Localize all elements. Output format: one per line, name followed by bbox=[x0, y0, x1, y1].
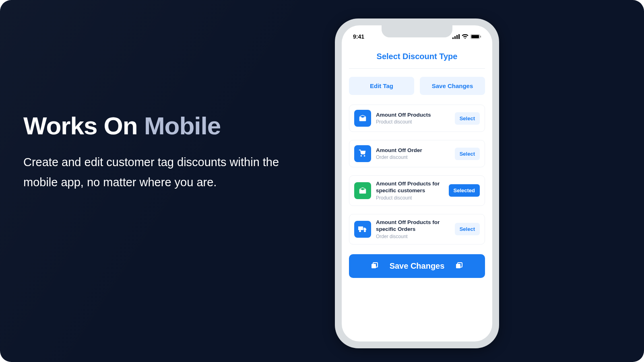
option-title: Amount Off Order bbox=[376, 147, 450, 154]
wifi-icon bbox=[462, 34, 469, 39]
discount-option[interactable]: Amount Off Order Order discount Select bbox=[349, 140, 485, 167]
svg-rect-5 bbox=[471, 35, 479, 38]
battery-icon bbox=[471, 34, 481, 39]
hero-body: Create and edit customer tag discounts w… bbox=[23, 152, 281, 193]
select-button[interactable]: Select bbox=[455, 112, 480, 125]
tab-save-changes[interactable]: Save Changes bbox=[420, 77, 485, 95]
save-label: Save Changes bbox=[390, 261, 445, 271]
selected-button[interactable]: Selected bbox=[449, 184, 480, 197]
box-icon bbox=[354, 182, 371, 199]
phone-screen: 9:41 Select Discount Type Edit Tag bbox=[342, 25, 492, 341]
option-sub: Order discount bbox=[376, 154, 450, 160]
stack-icon bbox=[370, 261, 379, 270]
svg-rect-2 bbox=[456, 35, 458, 39]
option-title: Amount Off Products for specific Orders bbox=[376, 219, 450, 233]
cart-icon bbox=[354, 145, 371, 162]
phone-frame: 9:41 Select Discount Type Edit Tag bbox=[335, 19, 499, 348]
hero-panel: Works On Mobile Create and edit customer… bbox=[0, 0, 644, 362]
truck-icon bbox=[354, 221, 371, 238]
hero-heading-accent: Mobile bbox=[144, 112, 221, 140]
status-icons bbox=[452, 34, 481, 39]
box-icon bbox=[354, 110, 371, 127]
select-button[interactable]: Select bbox=[455, 223, 480, 235]
discount-option[interactable]: Amount Off Products for specific custome… bbox=[349, 175, 485, 206]
svg-rect-1 bbox=[454, 36, 456, 39]
option-sub: Product discount bbox=[376, 119, 450, 125]
app-content: Select Discount Type Edit Tag Save Chang… bbox=[342, 46, 492, 341]
cellular-icon bbox=[452, 34, 460, 39]
discount-option[interactable]: Amount Off Products for specific Orders … bbox=[349, 214, 485, 245]
status-time: 9:41 bbox=[353, 33, 364, 40]
hero-heading: Works On Mobile bbox=[23, 113, 281, 139]
svg-rect-9 bbox=[456, 264, 460, 268]
svg-rect-6 bbox=[480, 36, 481, 38]
discount-option[interactable]: Amount Off Products Product discount Sel… bbox=[349, 105, 485, 132]
option-sub: Order discount bbox=[376, 234, 450, 239]
stack-icon bbox=[455, 261, 464, 270]
save-changes-button[interactable]: Save Changes bbox=[349, 254, 485, 278]
svg-rect-0 bbox=[452, 37, 454, 39]
option-title: Amount Off Products bbox=[376, 112, 450, 119]
option-sub: Product discount bbox=[376, 195, 444, 201]
phone-notch bbox=[382, 25, 452, 37]
discount-option-list: Amount Off Products Product discount Sel… bbox=[349, 105, 485, 245]
svg-rect-3 bbox=[458, 34, 460, 39]
pitch-copy: Works On Mobile Create and edit customer… bbox=[23, 113, 281, 193]
svg-rect-7 bbox=[372, 264, 376, 268]
tab-edit-tag[interactable]: Edit Tag bbox=[349, 77, 414, 95]
tab-bar: Edit Tag Save Changes bbox=[349, 77, 485, 95]
app-title: Select Discount Type bbox=[349, 46, 485, 69]
select-button[interactable]: Select bbox=[455, 148, 480, 160]
option-title: Amount Off Products for specific custome… bbox=[376, 181, 444, 194]
